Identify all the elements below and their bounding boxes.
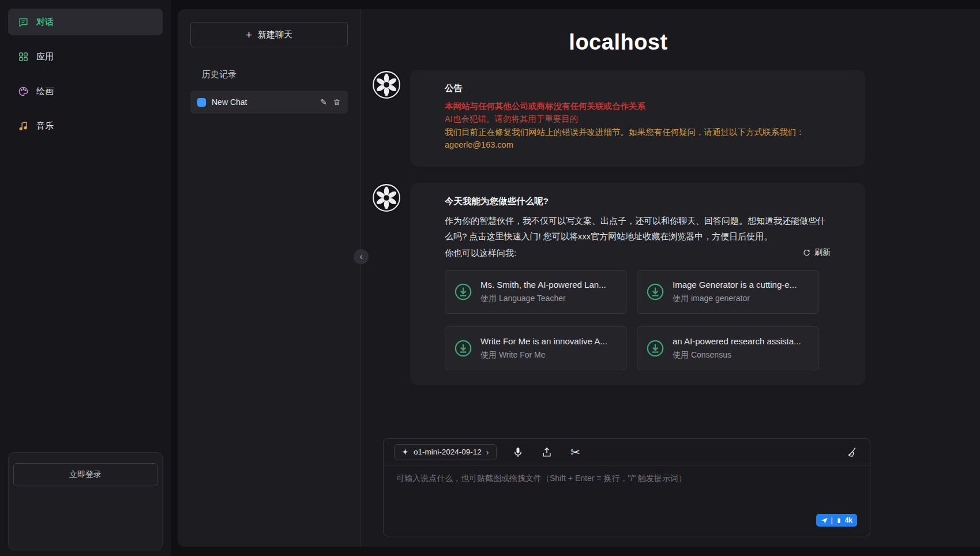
login-box: 立即登录 bbox=[8, 452, 163, 550]
sidebar-nav: 对话 应用 绘画 bbox=[8, 9, 163, 147]
openai-logo-icon bbox=[372, 183, 401, 212]
assistant-avatar bbox=[371, 70, 401, 100]
ask-hint: 你也可以这样问我: bbox=[445, 245, 516, 261]
sidebar-item-apps[interactable]: 应用 bbox=[8, 43, 163, 70]
suggestion-title: Image Generator is a cutting-e... bbox=[673, 280, 797, 290]
microphone-button[interactable] bbox=[510, 445, 525, 460]
announcement-bubble: 公告 本网站与任何其他公司或商标没有任何关联或合作关系 AI也会犯错。请勿将其用… bbox=[410, 70, 865, 167]
welcome-title: 今天我能为您做些什么呢? bbox=[445, 196, 831, 208]
chevron-right-icon: › bbox=[486, 448, 489, 457]
hint-row: 你也可以这样问我: 刷新 bbox=[445, 245, 831, 261]
announcement-line: 本网站与任何其他公司或商标没有任何关联或合作关系 bbox=[445, 100, 831, 112]
chat-icon bbox=[17, 16, 29, 28]
page-title: localhost bbox=[371, 30, 865, 55]
badge-separator: | bbox=[831, 516, 833, 524]
refresh-button[interactable]: 刷新 bbox=[802, 247, 831, 258]
clear-broom-button[interactable] bbox=[844, 445, 859, 460]
refresh-label: 刷新 bbox=[814, 247, 831, 258]
sidebar-item-label: 音乐 bbox=[36, 121, 54, 132]
broom-icon bbox=[846, 446, 858, 458]
suggestion-title: Ms. Smith, the AI-powered Lan... bbox=[480, 280, 606, 290]
app-root: 对话 应用 绘画 bbox=[0, 0, 980, 556]
suggestion-subtitle: 使用 Language Teacher bbox=[480, 294, 606, 304]
model-label: o1-mini-2024-09-12 bbox=[414, 448, 482, 456]
chat-item-title: New Chat bbox=[212, 97, 314, 107]
welcome-body: 作为你的智慧伙伴，我不仅可以写文案、出点子，还可以和你聊天、回答问题。想知道我还… bbox=[445, 213, 831, 244]
send-token-badge[interactable]: | 4k bbox=[816, 514, 857, 527]
refresh-icon bbox=[802, 249, 811, 257]
download-circle-icon bbox=[453, 282, 473, 302]
welcome-bubble: 今天我能为您做些什么呢? 作为你的智慧伙伴，我不仅可以写文案、出点子，还可以和你… bbox=[410, 183, 865, 385]
sidebar-item-label: 对话 bbox=[36, 17, 54, 28]
announcement-title: 公告 bbox=[445, 82, 831, 95]
upload-button[interactable] bbox=[539, 445, 554, 460]
suggestion-title: an AI-powered research assista... bbox=[673, 336, 801, 346]
sidebar: 对话 应用 绘画 bbox=[0, 0, 171, 556]
collapse-panel-button[interactable]: ‹ bbox=[354, 249, 369, 264]
suggestion-subtitle: 使用 Write For Me bbox=[480, 350, 607, 360]
scissors-button[interactable]: ✂ bbox=[568, 445, 583, 460]
music-icon bbox=[17, 120, 29, 132]
message-welcome: 今天我能为您做些什么呢? 作为你的智慧伙伴，我不仅可以写文案、出点子，还可以和你… bbox=[371, 183, 865, 385]
microphone-icon bbox=[512, 446, 524, 458]
scissors-icon: ✂ bbox=[570, 445, 580, 459]
palette-icon bbox=[17, 85, 29, 97]
suggestion-card[interactable]: an AI-powered research assista... 使用 Con… bbox=[637, 326, 818, 370]
assistant-avatar bbox=[371, 183, 401, 213]
download-circle-icon bbox=[645, 282, 665, 302]
suggestion-subtitle: 使用 image generator bbox=[673, 294, 797, 304]
download-circle-icon bbox=[645, 339, 665, 358]
token-count: 4k bbox=[845, 516, 853, 524]
history-item[interactable]: New Chat ✎ bbox=[190, 91, 348, 114]
announcement-line: AI也会犯错。请勿将其用于重要目的 bbox=[445, 112, 831, 125]
download-circle-icon bbox=[453, 339, 473, 358]
new-chat-label: 新建聊天 bbox=[258, 29, 292, 40]
battery-icon bbox=[836, 517, 842, 524]
suggestion-card[interactable]: Image Generator is a cutting-e... 使用 ima… bbox=[637, 270, 818, 314]
composer-toolbar: o1-mini-2024-09-12 › bbox=[384, 439, 870, 465]
suggestion-subtitle: 使用 Consensus bbox=[673, 350, 801, 360]
send-icon bbox=[821, 517, 828, 524]
edit-icon[interactable]: ✎ bbox=[320, 97, 327, 107]
announcement-line: 我们目前正在修复我们网站上的错误并改进细节。如果您有任何疑问，请通过以下方式联系… bbox=[445, 126, 831, 138]
openai-logo-icon bbox=[372, 70, 401, 99]
composer: o1-mini-2024-09-12 › bbox=[383, 438, 870, 536]
login-button[interactable]: 立即登录 bbox=[13, 463, 157, 486]
sidebar-item-label: 应用 bbox=[36, 51, 54, 62]
sidebar-item-drawing[interactable]: 绘画 bbox=[8, 78, 163, 104]
composer-input-area: | 4k bbox=[384, 465, 870, 536]
new-chat-button[interactable]: + 新建聊天 bbox=[190, 22, 348, 47]
contact-email: ageerle@163.com bbox=[445, 138, 831, 151]
suggestion-card[interactable]: Ms. Smith, the AI-powered Lan... 使用 Lang… bbox=[445, 270, 626, 314]
chat-list-panel: + 新建聊天 历史记录 New Chat ✎ bbox=[178, 9, 361, 547]
workspace: + 新建聊天 历史记录 New Chat ✎ ‹ localhost bbox=[178, 9, 980, 547]
suggestion-cards: Ms. Smith, the AI-powered Lan... 使用 Lang… bbox=[445, 270, 831, 370]
plus-icon: + bbox=[246, 29, 252, 40]
chat-item-icon bbox=[197, 98, 206, 107]
sidebar-item-music[interactable]: 音乐 bbox=[8, 112, 163, 139]
delete-icon[interactable] bbox=[333, 98, 341, 106]
suggestion-title: Write For Me is an innovative A... bbox=[480, 336, 607, 346]
history-title: 历史记录 bbox=[202, 69, 348, 80]
upload-icon bbox=[541, 446, 553, 458]
sidebar-item-chat[interactable]: 对话 bbox=[8, 9, 163, 35]
sparkle-icon bbox=[401, 448, 409, 456]
chevron-left-icon: ‹ bbox=[359, 251, 363, 261]
sidebar-item-label: 绘画 bbox=[36, 86, 54, 97]
suggestion-card[interactable]: Write For Me is an innovative A... 使用 Wr… bbox=[445, 326, 626, 370]
message-input[interactable] bbox=[396, 474, 857, 512]
model-selector[interactable]: o1-mini-2024-09-12 › bbox=[394, 444, 497, 460]
message-announcement: 公告 本网站与任何其他公司或商标没有任何关联或合作关系 AI也会犯错。请勿将其用… bbox=[371, 70, 865, 167]
chat-main: localhost bbox=[361, 9, 980, 547]
apps-icon bbox=[17, 51, 29, 62]
